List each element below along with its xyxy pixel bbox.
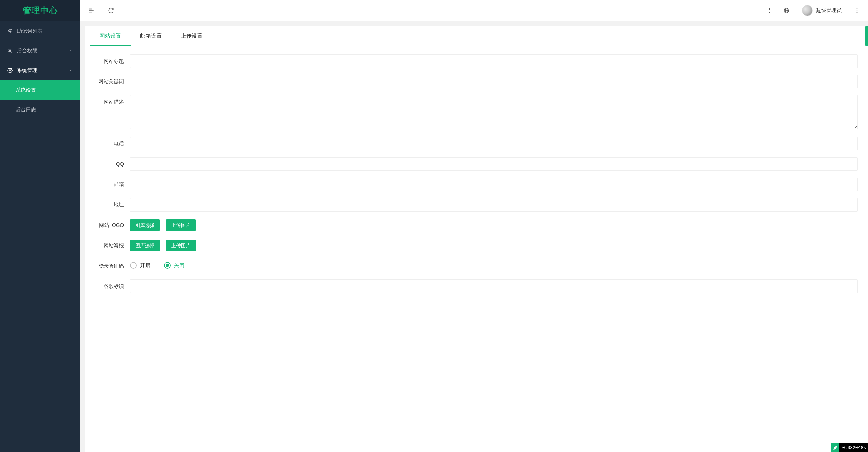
label-google: 谷歌标识 [89, 279, 130, 293]
sidebar-item-permissions[interactable]: 后台权限 [0, 41, 80, 60]
chevron-up-icon [69, 68, 74, 73]
label-site-title: 网站标题 [89, 54, 130, 68]
sidebar-item-label: 助记词列表 [17, 28, 74, 34]
tab-upload-settings[interactable]: 上传设置 [171, 26, 212, 46]
avatar [802, 5, 813, 16]
radio-icon [164, 262, 171, 269]
sidebar-item-label: 系统设置 [16, 87, 74, 93]
site-settings-form: 网站标题 网站关键词 网站描述 电话 [85, 46, 868, 313]
label-address: 地址 [89, 198, 130, 212]
svg-point-9 [857, 10, 857, 11]
user-menu[interactable]: 超级管理员 [802, 5, 842, 16]
input-site-keywords[interactable] [130, 75, 858, 88]
label-site-desc: 网站描述 [89, 95, 130, 109]
leaf-icon [831, 443, 839, 452]
btn-poster-gallery[interactable]: 图库选择 [130, 240, 160, 251]
textarea-site-desc[interactable] [130, 95, 858, 129]
sidebar: 管理中心 助记词列表 后台权限 [0, 0, 80, 452]
svg-point-0 [9, 49, 11, 51]
input-email[interactable] [130, 178, 858, 191]
label-logo: 网站LOGO [89, 218, 130, 232]
svg-point-10 [857, 12, 857, 13]
input-phone[interactable] [130, 137, 858, 150]
refresh-icon[interactable] [108, 7, 114, 14]
radio-captcha-on[interactable]: 开启 [130, 262, 150, 269]
input-qq[interactable] [130, 157, 858, 171]
app-logo: 管理中心 [23, 5, 58, 16]
main: 超级管理员 网站设置 邮箱设置 上传设置 网站标题 [80, 0, 868, 452]
svg-point-8 [857, 8, 857, 9]
gear-icon [7, 67, 13, 73]
radio-captcha-off[interactable]: 关闭 [164, 262, 184, 269]
content-wrap: 网站设置 邮箱设置 上传设置 网站标题 网站关键词 网站描述 [80, 21, 868, 452]
label-site-keywords: 网站关键词 [89, 75, 130, 88]
sidebar-item-system[interactable]: 系统管理 [0, 60, 80, 80]
sidebar-menu: 助记词列表 后台权限 系统管理 [0, 21, 80, 452]
topbar: 超级管理员 [80, 0, 868, 21]
btn-poster-upload[interactable]: 上传图片 [166, 240, 196, 251]
settings-tabs: 网站设置 邮箱设置 上传设置 [85, 26, 868, 46]
sidebar-header: 管理中心 [0, 0, 80, 21]
perf-time: 0.082048s [839, 445, 868, 450]
content: 网站设置 邮箱设置 上传设置 网站标题 网站关键词 网站描述 [85, 26, 868, 452]
input-site-title[interactable] [130, 54, 858, 68]
tab-mail-settings[interactable]: 邮箱设置 [131, 26, 171, 46]
radio-label: 关闭 [174, 262, 184, 269]
radio-label: 开启 [140, 262, 150, 269]
sidebar-item-label: 后台日志 [16, 107, 74, 113]
globe-icon[interactable] [783, 7, 790, 14]
user-name: 超级管理员 [816, 7, 842, 14]
input-google[interactable] [130, 279, 858, 293]
user-icon [7, 48, 13, 54]
btn-logo-gallery[interactable]: 图库选择 [130, 219, 160, 231]
sidebar-item-system-logs[interactable]: 后台日志 [0, 100, 80, 120]
sidebar-item-system-settings[interactable]: 系统设置 [0, 80, 80, 100]
label-qq: QQ [89, 157, 130, 171]
fire-icon [7, 28, 13, 34]
btn-logo-upload[interactable]: 上传图片 [166, 219, 196, 231]
radio-group-captcha: 开启 关闭 [130, 259, 858, 269]
label-phone: 电话 [89, 137, 130, 150]
perf-badge: 0.082048s [831, 443, 868, 452]
sidebar-submenu-system: 系统设置 后台日志 [0, 80, 80, 120]
input-address[interactable] [130, 198, 858, 212]
label-email: 邮箱 [89, 178, 130, 191]
label-captcha: 登录验证码 [89, 259, 130, 273]
svg-point-1 [9, 70, 11, 71]
label-poster: 网站海报 [89, 239, 130, 252]
sidebar-item-label: 后台权限 [17, 48, 69, 54]
scrollbar-thumb[interactable] [865, 26, 868, 46]
tab-site-settings[interactable]: 网站设置 [90, 26, 131, 46]
sidebar-item-mnemonic-list[interactable]: 助记词列表 [0, 21, 80, 41]
sidebar-item-label: 系统管理 [17, 67, 69, 74]
fullscreen-icon[interactable] [764, 7, 771, 14]
chevron-down-icon [69, 48, 74, 53]
radio-icon [130, 262, 137, 269]
more-vertical-icon[interactable] [854, 7, 861, 14]
collapse-sidebar-icon[interactable] [88, 7, 95, 14]
